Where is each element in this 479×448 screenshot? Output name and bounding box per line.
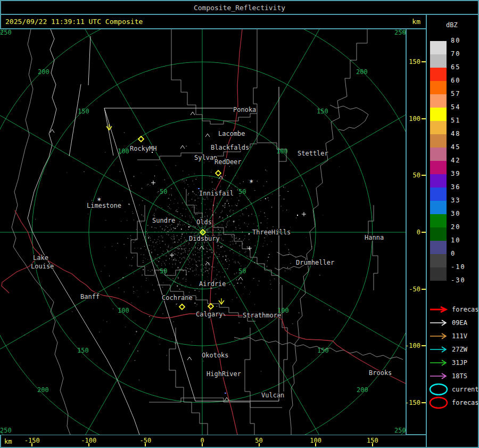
echo-speckle (137, 248, 138, 248)
echo-speckle (151, 249, 152, 250)
echo-speckle (155, 258, 156, 258)
echo-speckle (251, 258, 251, 258)
echo-speckle (235, 205, 236, 206)
echo-speckle (164, 179, 165, 180)
echo-speckle (267, 218, 268, 219)
echo-speckle (205, 264, 205, 264)
echo-speckle (217, 243, 218, 243)
echo-speckle (182, 248, 183, 249)
city-label-limestone: Limestone (87, 202, 121, 209)
echo-speckle (105, 247, 105, 247)
echo-speckle (192, 219, 192, 220)
echo-speckle (195, 214, 196, 215)
dbz-cell (430, 81, 447, 94)
echo-speckle (196, 208, 197, 209)
echo-speckle (207, 232, 207, 233)
echo-speckle (195, 226, 195, 227)
echo-speckle (183, 271, 184, 271)
echo-speckle (217, 252, 217, 252)
dbz-cell (430, 201, 447, 214)
echo-speckle (140, 230, 141, 230)
radar-map-canvas[interactable]: 5050505010010010010015015015015020020020… (0, 29, 406, 435)
echo-speckle (203, 199, 203, 200)
echo-speckle (184, 233, 184, 233)
echo-speckle (193, 181, 193, 182)
dbz-cell (430, 68, 447, 81)
echo-speckle (193, 255, 194, 255)
echo-speckle (171, 214, 171, 214)
echo-speckle (169, 234, 169, 235)
echo-speckle (168, 245, 169, 246)
echo-speckle (188, 251, 188, 251)
echo-speckle (161, 207, 162, 208)
legend-label-18TS: 18TS (452, 372, 467, 380)
dbz-scale-label: 10 (451, 237, 460, 244)
echo-speckle (212, 266, 212, 267)
echo-speckle (162, 229, 163, 230)
echo-speckle (142, 267, 143, 267)
echo-speckle (240, 196, 241, 196)
city-label-lake: Lake (33, 254, 48, 262)
echo-speckle (226, 255, 227, 256)
echo-speckle (156, 206, 156, 206)
echo-speckle (113, 308, 113, 309)
echo-speckle (170, 280, 170, 281)
echo-speckle (188, 224, 189, 225)
echo-speckle (295, 257, 296, 258)
echo-speckle (267, 270, 268, 270)
echo-speckle (245, 252, 245, 252)
echo-speckle (153, 247, 154, 247)
echo-speckle (266, 182, 267, 182)
echo-speckle (222, 256, 224, 257)
echo-speckle (227, 224, 227, 224)
echo-speckle (195, 232, 195, 233)
ring-distance-label: 250 (394, 29, 406, 36)
echo-speckle (192, 259, 192, 259)
echo-speckle (180, 224, 180, 225)
echo-speckle (201, 227, 202, 228)
echo-speckle (173, 252, 174, 252)
echo-speckle (212, 248, 212, 248)
echo-speckle (203, 269, 203, 270)
echo-speckle (164, 229, 166, 230)
echo-speckle (177, 248, 178, 248)
echo-speckle (243, 240, 244, 241)
dbz-cell (430, 214, 447, 227)
radar-center-dot (201, 231, 203, 233)
echo-speckle (195, 243, 196, 243)
echo-speckle (207, 245, 208, 246)
echo-speckle (179, 222, 180, 222)
echo-speckle (178, 246, 178, 247)
echo-speckle (181, 180, 183, 181)
echo-speckle (149, 237, 150, 237)
echo-speckle (183, 179, 183, 180)
echo-speckle (211, 210, 212, 211)
echo-speckle (185, 251, 185, 252)
echo-speckle (189, 250, 189, 251)
echo-speckle (188, 201, 189, 201)
echo-speckle (219, 256, 219, 257)
echo-speckle (127, 238, 128, 239)
echo-speckle (202, 217, 203, 218)
echo-speckle (141, 222, 142, 223)
echo-speckle (170, 238, 171, 238)
echo-speckle (178, 278, 178, 279)
echo-speckle (184, 262, 185, 263)
echo-speckle (212, 170, 212, 170)
echo-speckle (147, 184, 148, 185)
echo-speckle (181, 236, 182, 237)
bottom-axis-tick (259, 443, 260, 446)
echo-speckle (175, 242, 176, 242)
echo-speckle (213, 305, 213, 305)
echo-speckle (178, 247, 178, 248)
echo-speckle (195, 205, 196, 206)
echo-speckle (225, 175, 226, 176)
echo-speckle (154, 246, 154, 247)
echo-speckle (179, 270, 180, 271)
echo-speckle (192, 199, 192, 200)
echo-speckle (129, 343, 130, 344)
echo-speckle (122, 277, 123, 278)
echo-speckle (238, 323, 240, 323)
echo-speckle (267, 223, 268, 223)
echo-speckle (115, 250, 116, 250)
